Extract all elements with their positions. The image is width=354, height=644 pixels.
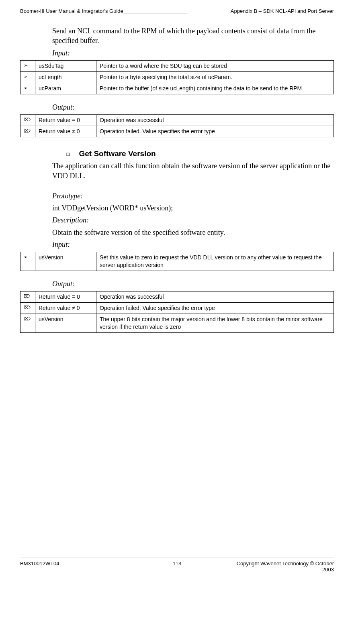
param-desc: Pointer to a byte specifying the total s… [96, 71, 334, 83]
arrow-icon: ⌦ [20, 303, 35, 314]
param-name: usSduTag [35, 60, 96, 71]
output-table-1: ⌦ Return value = 0 Operation was success… [20, 114, 334, 137]
param-name: usVersion [35, 252, 96, 271]
section2-intro: The application can call this function o… [52, 161, 334, 181]
table-row: ⌦ usVersion The upper 8 bits contain the… [20, 314, 334, 333]
arrow-icon: ➢ [20, 60, 35, 71]
param-name: usVersion [35, 314, 96, 333]
param-desc: Operation was successful [96, 114, 334, 126]
param-name: Return value = 0 [35, 291, 96, 303]
param-desc: Operation failed. Value specifies the er… [96, 126, 334, 137]
section1-intro: Send an NCL command to the RPM of which … [52, 26, 334, 46]
param-name: Return value ≠ 0 [35, 303, 96, 314]
table-row: ⌦ Return value ≠ 0 Operation failed. Val… [20, 126, 334, 137]
section-heading-row: ❏ Get Software Version [52, 149, 334, 159]
prototype-text: int VDDgetVersion (WORD* usVersion); [52, 203, 334, 213]
input-label-2: Input: [52, 240, 334, 249]
param-name: ucLength [35, 71, 96, 83]
arrow-icon: ➢ [20, 71, 35, 83]
description-label: Description: [52, 215, 334, 225]
param-desc: Operation failed. Value specifies the er… [96, 303, 334, 314]
arrow-icon: ⌦ [20, 126, 35, 137]
input-table-2: ➢ usVersion Set this value to zero to re… [20, 252, 334, 271]
arrow-icon: ⌦ [20, 291, 35, 303]
bullet-icon: ❏ [52, 152, 77, 157]
input-label-1: Input: [52, 48, 334, 58]
param-name: Return value ≠ 0 [35, 126, 96, 137]
param-desc: Operation was successful [96, 291, 334, 303]
table-row: ➢ usVersion Set this value to zero to re… [20, 252, 334, 271]
table-row: ➢ usSduTag Pointer to a word where the S… [20, 60, 334, 71]
footer-copyright: Copyright Wavenet Technology © October 2… [229, 560, 334, 573]
param-desc: The upper 8 bits contain the major versi… [96, 314, 334, 333]
arrow-icon: ➢ [20, 83, 35, 94]
table-row: ➢ ucLength Pointer to a byte specifying … [20, 71, 334, 83]
arrow-icon: ➢ [20, 252, 35, 271]
param-desc: Pointer to the buffer (of size ucLength)… [96, 83, 334, 94]
table-row: ⌦ Return value = 0 Operation was success… [20, 291, 334, 303]
header-left: Boomer-III User Manual & Integrator's Gu… [20, 8, 231, 14]
footer-page-number: 113 [125, 560, 229, 573]
section-heading: Get Software Version [79, 149, 156, 158]
footer-doc-id: BM310012WT04 [20, 560, 125, 573]
param-name: Return value = 0 [35, 114, 96, 126]
header-right: Appendix B – SDK NCL-API and Port Server [231, 8, 334, 14]
output-label-1: Output: [52, 102, 334, 112]
page-footer: BM310012WT04 113 Copyright Wavenet Techn… [20, 558, 334, 573]
table-row: ⌦ Return value ≠ 0 Operation failed. Val… [20, 303, 334, 314]
param-name: ucParam [35, 83, 96, 94]
table-row: ⌦ Return value = 0 Operation was success… [20, 114, 334, 126]
description-text: Obtain the software version of the speci… [52, 228, 334, 237]
output-table-2: ⌦ Return value = 0 Operation was success… [20, 291, 334, 333]
table-row: ➢ ucParam Pointer to the buffer (of size… [20, 83, 334, 94]
arrow-icon: ⌦ [20, 314, 35, 333]
arrow-icon: ⌦ [20, 114, 35, 126]
input-table-1: ➢ usSduTag Pointer to a word where the S… [20, 60, 334, 94]
prototype-label: Prototype: [52, 191, 334, 201]
page: Boomer-III User Manual & Integrator's Gu… [0, 0, 354, 585]
output-label-2: Output: [52, 279, 334, 289]
param-desc: Set this value to zero to request the VD… [96, 252, 334, 271]
param-desc: Pointer to a word where the SDU tag can … [96, 60, 334, 71]
content-body: Send an NCL command to the RPM of which … [52, 26, 334, 333]
page-header: Boomer-III User Manual & Integrator's Gu… [20, 8, 334, 14]
